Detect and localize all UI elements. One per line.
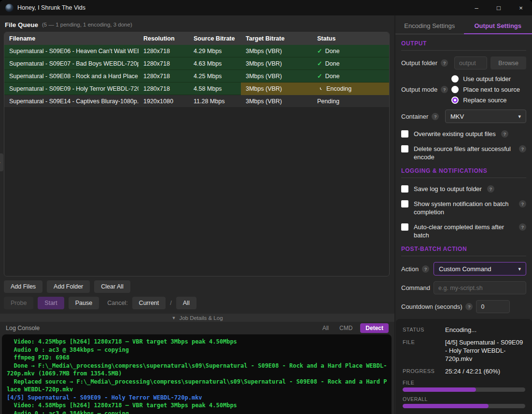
- output-settings-content: OUTPUT Output folder ? Browse Output mod…: [395, 34, 532, 316]
- log-line: Done → F:\_Media\_processing\compress\su…: [7, 362, 389, 378]
- container-value: MKV: [450, 113, 464, 120]
- cell-source-bitrate: 4.58 Mbps: [189, 85, 241, 92]
- encode-actions-row: Probe Start Pause Cancel: Current / All: [4, 297, 391, 309]
- checkbox-icon: [401, 185, 408, 193]
- help-icon[interactable]: ?: [519, 223, 526, 231]
- column-header-source-bitrate: Source Bitrate: [189, 35, 241, 42]
- save-log-label: Save log to output folder: [414, 185, 482, 193]
- help-icon[interactable]: ?: [501, 130, 508, 138]
- collapse-down-icon: ▼: [171, 316, 176, 320]
- add-folder-button[interactable]: Add Folder: [47, 280, 90, 293]
- radio-label: Place next to source: [463, 86, 520, 93]
- output-mode-option[interactable]: Use output folder: [451, 75, 526, 83]
- notification-checkbox-row[interactable]: Show system notification on batch comple…: [401, 200, 526, 216]
- help-icon[interactable]: ?: [465, 303, 473, 310]
- cancel-current-button[interactable]: Current: [132, 297, 166, 309]
- status-label: STATUS: [403, 326, 445, 332]
- queue-header: File Queue (5 — 1 pending, 1 encoding, 3…: [5, 19, 390, 30]
- log-output[interactable]: Video: 4.25Mbps [h264] 1280x718 — VBR ta…: [2, 334, 392, 414]
- chevron-down-icon: ▾: [518, 266, 521, 272]
- command-input[interactable]: [434, 281, 526, 294]
- help-icon[interactable]: ?: [441, 59, 448, 67]
- browse-button[interactable]: Browse: [490, 56, 526, 69]
- table-row[interactable]: Supernatural - S09E08 - Rock and a Hard …: [4, 70, 389, 83]
- cell-source-bitrate: 11.28 Mbps: [189, 98, 241, 105]
- help-icon[interactable]: ?: [441, 86, 448, 93]
- overall-progress-bar: [403, 404, 525, 408]
- checkbox-icon: [401, 223, 408, 231]
- section-logging: LOGGING & NOTIFICATIONS: [401, 167, 526, 178]
- cell-status: ✓ Pending: [312, 98, 389, 105]
- window-title: Honey, I Shrunk The Vids: [17, 4, 85, 11]
- file-label: FILE: [403, 338, 445, 345]
- radio-label: Use output folder: [463, 75, 511, 83]
- check-icon: ✓: [317, 47, 322, 55]
- output-mode-options: Use output folder Place next to source R…: [451, 75, 526, 104]
- action-label: Action: [401, 265, 419, 273]
- autoclear-checkbox-row[interactable]: Auto-clear completed items after batch ?: [401, 223, 526, 239]
- table-header-row: Filename Resolution Source Bitrate Targe…: [4, 32, 389, 45]
- status-text: Done: [325, 60, 339, 67]
- main-area: File Queue (5 — 1 pending, 1 encoding, 3…: [0, 15, 532, 414]
- help-icon[interactable]: ?: [422, 265, 429, 273]
- minimize-button[interactable]: –: [465, 0, 488, 15]
- status-text: Encoding: [326, 85, 351, 92]
- status-grid: STATUS Encoding... FILE [4/5] Supernatur…: [403, 326, 525, 375]
- cancel-all-button[interactable]: All: [176, 297, 196, 309]
- delete-source-checkbox-row[interactable]: Delete source files after successful enc…: [401, 145, 526, 161]
- table-row[interactable]: Supernatural - S09E09 - Holy Terror WEBD…: [4, 83, 389, 95]
- add-files-button[interactable]: Add Files: [4, 280, 42, 293]
- table-row[interactable]: Supernatural - S09E06 - Heaven Can't Wai…: [4, 45, 389, 57]
- cell-filename: Supernatural - S09E06 - Heaven Can't Wai…: [4, 48, 139, 55]
- file-bar-label: FILE: [403, 380, 525, 386]
- save-log-checkbox-row[interactable]: Save log to output folder ?: [401, 185, 526, 193]
- log-line: Audio 0 : ac3 @ 384kbps — copying: [7, 410, 389, 414]
- maximize-button[interactable]: □: [488, 0, 510, 15]
- start-button[interactable]: Start: [38, 297, 64, 309]
- tab-output-settings[interactable]: Output Settings: [464, 19, 532, 34]
- pause-button[interactable]: Pause: [69, 297, 99, 309]
- job-details-toggle[interactable]: ▼ Job Details & Log: [0, 314, 394, 322]
- log-filter-detect[interactable]: Detect: [360, 323, 389, 333]
- output-folder-input[interactable]: [454, 56, 487, 69]
- maximize-icon: □: [497, 4, 501, 12]
- collapse-right-icon: ▶: [0, 160, 0, 165]
- cell-resolution: 1280x718: [139, 85, 189, 92]
- countdown-input[interactable]: [476, 300, 510, 313]
- clear-all-button[interactable]: Clear All: [94, 280, 130, 293]
- command-label: Command: [401, 284, 430, 291]
- output-mode-option[interactable]: Place next to source: [451, 86, 526, 93]
- output-mode-option[interactable]: Replace source: [451, 97, 526, 104]
- container-select[interactable]: MKV ▾: [445, 110, 526, 123]
- table-row[interactable]: Supernatural - S09E14 - Captives Bluray-…: [4, 95, 389, 108]
- tab-encoding-settings[interactable]: Encoding Settings: [395, 19, 464, 34]
- log-line: Replaced source → F:\_Media\_processing\…: [7, 378, 389, 394]
- help-icon[interactable]: ?: [519, 145, 526, 152]
- container-row: Container ? MKV ▾: [401, 110, 526, 123]
- help-icon[interactable]: ?: [432, 113, 439, 120]
- cell-source-bitrate: 4.29 Mbps: [189, 48, 241, 55]
- panel-collapse-handle[interactable]: ▶: [0, 153, 3, 171]
- help-icon[interactable]: ?: [487, 185, 494, 193]
- file-queue-table: Filename Resolution Source Bitrate Targe…: [4, 32, 390, 276]
- radio-icon: [451, 86, 459, 93]
- progress-label: PROGRESS: [403, 367, 445, 374]
- log-filter-cmd[interactable]: CMD: [336, 324, 355, 332]
- close-button[interactable]: ×: [510, 0, 532, 15]
- probe-button[interactable]: Probe: [4, 297, 33, 309]
- action-select[interactable]: Custom Command ▾: [434, 262, 526, 276]
- status-value: Encoding...: [445, 326, 525, 334]
- progress-value: 25:24 / 42:21 (60%): [445, 367, 525, 375]
- app-icon: [5, 4, 14, 12]
- overwrite-checkbox-row[interactable]: Overwrite existing output files ?: [401, 130, 526, 138]
- job-details-label: Job Details & Log: [179, 315, 223, 321]
- countdown-label: Countdown (seconds): [401, 303, 462, 310]
- cancel-separator: /: [170, 300, 171, 306]
- log-filter-all[interactable]: All: [320, 324, 332, 332]
- file-progress-bar: [403, 387, 525, 392]
- overall-bar-label: OVERALL: [403, 396, 525, 402]
- help-icon[interactable]: ?: [519, 200, 526, 207]
- delete-source-label: Delete source files after successful enc…: [414, 145, 513, 161]
- table-row[interactable]: Supernatural - S09E07 - Bad Boys WEBDL-7…: [4, 57, 389, 70]
- overwrite-label: Overwrite existing output files: [414, 130, 496, 138]
